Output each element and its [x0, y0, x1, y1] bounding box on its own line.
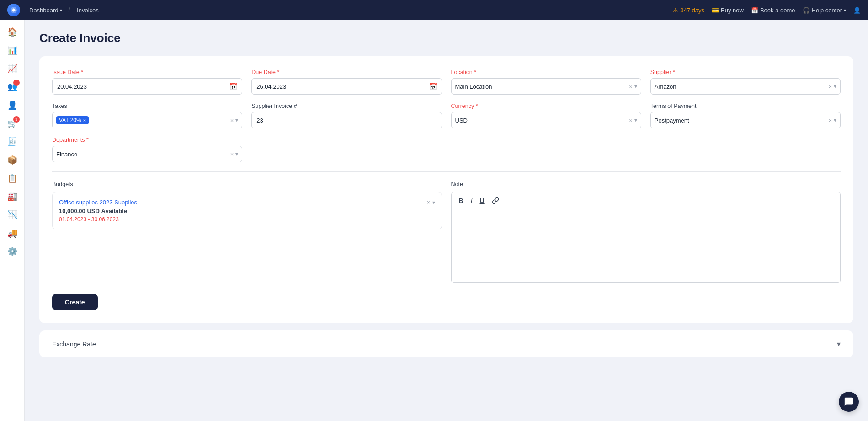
supplier-chevron-icon: ▾ [834, 83, 836, 90]
user-icon: 👤 [853, 7, 861, 14]
sidebar-item-settings[interactable]: ⚙️ [4, 243, 21, 260]
sidebar-item-delivery[interactable]: 🚚 [4, 225, 21, 241]
orders-badge: 3 [13, 116, 20, 123]
terms-chevron-icon: ▾ [834, 117, 836, 123]
calendar-icon: 📅 [229, 83, 237, 90]
cart-icon: 💳 [712, 7, 719, 14]
form-row-1: Issue Date * 20.04.2023 📅 Due Date * 26.… [52, 69, 841, 95]
note-toolbar: B I U [452, 192, 841, 209]
sidebar-item-chart[interactable]: 📉 [4, 207, 21, 223]
budget-name: Office supplies 2023 Supplies [59, 199, 137, 206]
invoice-form-card: Issue Date * 20.04.2023 📅 Due Date * 26.… [39, 56, 853, 323]
sidebar-item-analytics[interactable]: 📈 [4, 60, 21, 77]
note-label: Note [451, 181, 841, 187]
vat-tag: VAT 20% × [56, 116, 89, 124]
terms-select[interactable]: Postpayment × ▾ [650, 112, 841, 128]
bold-tool[interactable]: B [457, 196, 465, 205]
book-demo-button[interactable]: 📅 Book a demo [751, 7, 795, 14]
sidebar-item-reports[interactable]: 📋 [4, 170, 21, 187]
sidebar-item-orders[interactable]: 🛒 3 [4, 115, 21, 132]
trial-warning: ⚠ 347 days [673, 7, 704, 14]
calendar-icon: 📅 [751, 7, 758, 14]
main-content: Create Invoice Issue Date * 20.04.2023 📅 [25, 20, 868, 421]
taxes-clear-button[interactable]: × [230, 117, 234, 124]
buy-now-button[interactable]: 💳 Buy now [712, 7, 744, 14]
currency-label: Currency * [451, 103, 641, 109]
supplier-invoice-input[interactable] [251, 112, 442, 128]
supplier-invoice-field[interactable] [256, 117, 437, 124]
due-date-input[interactable]: 26.04.2023 📅 [251, 78, 442, 95]
nav-invoices[interactable]: Invoices [73, 5, 102, 16]
sidebar-item-home[interactable]: 🏠 [4, 24, 21, 40]
sidebar: 🏠 📊 📈 👥 ! 👤 🛒 3 🧾 📦 📋 🏭 📉 🚚 ⚙️ [0, 20, 25, 421]
italic-tool[interactable]: I [469, 196, 474, 205]
currency-select[interactable]: USD × ▾ [451, 112, 641, 128]
supplier-clear-button[interactable]: × [828, 83, 832, 90]
departments-clear-button[interactable]: × [230, 151, 234, 158]
terms-clear-button[interactable]: × [828, 117, 832, 124]
supplier-group: Supplier * Amazon × ▾ [650, 69, 841, 95]
location-chevron-icon: ▾ [634, 83, 637, 90]
chat-widget[interactable] [839, 392, 859, 412]
budget-date: 01.04.2023 - 30.06.2023 [59, 216, 137, 223]
underline-tool[interactable]: U [478, 196, 486, 205]
currency-clear-button[interactable]: × [629, 117, 633, 124]
nav-separator: / [69, 6, 70, 14]
app-logo [7, 4, 20, 16]
issue-date-label: Issue Date * [52, 69, 242, 75]
due-date-label: Due Date * [251, 69, 442, 75]
taxes-group: Taxes VAT 20% × × ▾ [52, 103, 242, 128]
sidebar-item-users[interactable]: 👥 ! [4, 79, 21, 95]
help-chevron-icon: ▾ [844, 8, 846, 13]
location-clear-button[interactable]: × [629, 83, 633, 90]
nav-links: Dashboard ▾ / Invoices [26, 5, 102, 16]
location-label: Location * [451, 69, 641, 75]
dashboard-chevron-icon: ▾ [60, 8, 62, 13]
budgets-label: Budgets [52, 181, 442, 187]
help-center-button[interactable]: 🎧 Help center ▾ [803, 7, 846, 14]
bottom-row: Budgets Office supplies 2023 Supplies 10… [52, 181, 841, 283]
departments-label: Departments * [52, 137, 242, 143]
topnav: Dashboard ▾ / Invoices ⚠ 347 days 💳 Buy … [0, 0, 868, 20]
location-select[interactable]: Main Location × ▾ [451, 78, 641, 95]
departments-chevron-icon: ▾ [235, 151, 238, 157]
taxes-chevron-icon: ▾ [235, 117, 238, 123]
taxes-label: Taxes [52, 103, 242, 109]
departments-group: Departments * Finance × ▾ [52, 137, 242, 162]
link-tool[interactable] [490, 196, 501, 205]
user-menu-button[interactable]: 👤 [853, 7, 861, 14]
nav-dashboard[interactable]: Dashboard ▾ [26, 5, 66, 16]
currency-group: Currency * USD × ▾ [451, 103, 641, 128]
sidebar-item-contacts[interactable]: 👤 [4, 97, 21, 113]
terms-group: Terms of Payment Postpayment × ▾ [650, 103, 841, 128]
issue-date-input[interactable]: 20.04.2023 📅 [52, 78, 242, 95]
supplier-invoice-group: Supplier Invoice # [251, 103, 442, 128]
vat-tag-remove[interactable]: × [83, 117, 86, 123]
sidebar-item-invoices[interactable]: 🧾 [4, 133, 21, 150]
note-editor: B I U [451, 192, 841, 283]
warning-icon: ⚠ [673, 7, 678, 14]
create-button[interactable]: Create [52, 294, 98, 310]
departments-select[interactable]: Finance × ▾ [52, 146, 242, 162]
terms-label: Terms of Payment [650, 103, 841, 109]
sidebar-item-catalog[interactable]: 📦 [4, 152, 21, 168]
exchange-rate-card[interactable]: Exchange Rate ▾ [39, 330, 853, 357]
sidebar-item-warehouse[interactable]: 🏭 [4, 188, 21, 205]
budget-chevron-icon: ▾ [432, 199, 435, 206]
help-icon: 🎧 [803, 7, 810, 14]
form-row-2: Taxes VAT 20% × × ▾ [52, 103, 841, 128]
note-body[interactable] [452, 209, 841, 282]
due-date-group: Due Date * 26.04.2023 📅 [251, 69, 442, 95]
sidebar-item-dashboard[interactable]: 📊 [4, 42, 21, 59]
budget-clear-button[interactable]: × [427, 199, 431, 206]
users-badge: ! [13, 80, 20, 86]
layout: 🏠 📊 📈 👥 ! 👤 🛒 3 🧾 📦 📋 🏭 📉 🚚 ⚙️ Create In… [0, 20, 868, 421]
exchange-title: Exchange Rate [52, 341, 96, 348]
supplier-label: Supplier * [650, 69, 841, 75]
taxes-input[interactable]: VAT 20% × × ▾ [52, 112, 242, 128]
supplier-select[interactable]: Amazon × ▾ [650, 78, 841, 95]
exchange-chevron-icon: ▾ [837, 340, 841, 348]
topnav-right: ⚠ 347 days 💳 Buy now 📅 Book a demo 🎧 Hel… [673, 7, 861, 14]
supplier-invoice-label: Supplier Invoice # [251, 103, 442, 109]
form-row-3: Departments * Finance × ▾ [52, 137, 841, 162]
